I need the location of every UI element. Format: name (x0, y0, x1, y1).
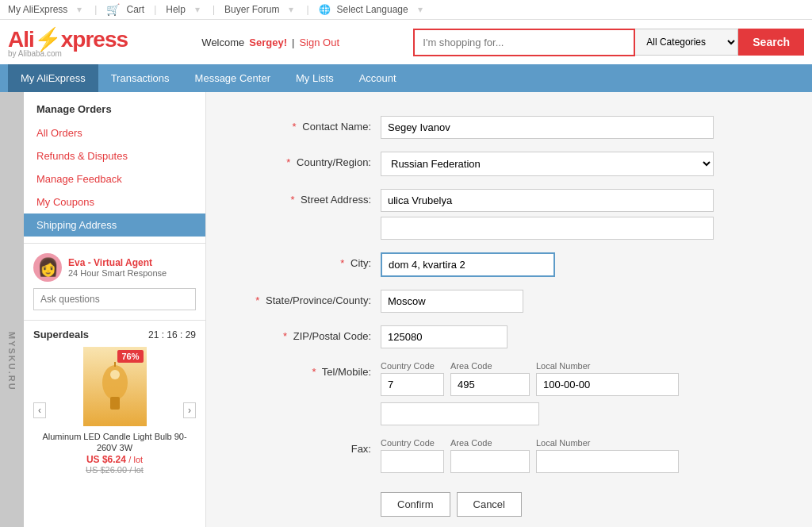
street-row: * Street Address: (238, 189, 780, 240)
tel-country-input[interactable] (381, 373, 444, 396)
nav-message-center[interactable]: Message Center (182, 64, 283, 92)
fax-area-col: Area Code (450, 438, 530, 473)
contact-name-label: * Contact Name: (238, 116, 381, 133)
sidebar-item-all-orders[interactable]: All Orders (24, 121, 205, 144)
superdeals: Superdeals 21 : 16 : 29 ‹ 76% › Aluminum (24, 320, 205, 489)
buyer-forum-link[interactable]: Buyer Forum (224, 4, 279, 15)
agent-name: Eva - Virtual Agent (68, 257, 167, 268)
country-select[interactable]: Russian Federation (381, 152, 714, 176)
main-layout: MYSKU.RU Manage Orders All Orders Refund… (0, 92, 812, 527)
separator3: | (154, 4, 156, 15)
search-input[interactable] (413, 29, 635, 56)
fax-row: Fax: Country Code Area Code Local Number (238, 438, 780, 473)
fax-label: Fax: (238, 438, 381, 455)
tel-phone-row: Country Code Area Code Local Number (381, 361, 714, 396)
separator5: | (213, 4, 215, 15)
nav-my-lists[interactable]: My Lists (283, 64, 347, 92)
fax-country-input[interactable] (381, 450, 444, 473)
state-input[interactable] (381, 290, 523, 313)
logo[interactable]: Ali⚡xpress by Alibaba.com (8, 26, 128, 58)
product-svg (99, 359, 131, 414)
superdeals-timer: 21 : 16 : 29 (148, 329, 196, 340)
agent-sub: 24 Hour Smart Response (68, 268, 167, 278)
tel-local-input[interactable] (536, 373, 679, 396)
street2-input[interactable] (381, 217, 714, 240)
fax-local-label: Local Number (536, 438, 679, 448)
select-language-link[interactable]: Select Language (337, 4, 408, 15)
sidebar-item-coupons[interactable]: My Coupons (24, 190, 205, 213)
top-bar: My AliExpress ▾ | 🛒 Cart | Help ▾ | Buye… (0, 0, 812, 20)
agent-info: Eva - Virtual Agent 24 Hour Smart Respon… (68, 257, 167, 278)
street-label: * Street Address: (238, 189, 381, 206)
sidebar: Manage Orders All Orders Refunds & Dispu… (24, 92, 206, 527)
sidebar-item-refunds[interactable]: Refunds & Disputes (24, 144, 205, 167)
required-star7: * (312, 366, 316, 378)
separator4: ▾ (195, 4, 200, 15)
sign-out-link[interactable]: Sign Out (299, 37, 339, 48)
tel-area-label: Area Code (450, 361, 530, 371)
product-name: Aluminum LED Candle Light Bulb 90-260V 3… (33, 431, 196, 454)
nav-my-aliexpress[interactable]: My AliExpress (8, 64, 98, 92)
username: Sergey! (249, 37, 287, 48)
carousel-next[interactable]: › (183, 402, 196, 418)
fax-phone-row: Country Code Area Code Local Number (381, 438, 714, 473)
fax-country-col: Country Code (381, 438, 444, 473)
contact-name-row: * Contact Name: (238, 116, 780, 139)
zip-input[interactable] (381, 325, 508, 348)
cancel-button[interactable]: Cancel (457, 492, 522, 517)
required-star: * (293, 121, 297, 133)
fax-field: Country Code Area Code Local Number (381, 438, 714, 473)
nav-bar: My AliExpress Transactions Message Cente… (0, 64, 812, 92)
product-image: 76% (83, 347, 147, 426)
nav-transactions[interactable]: Transactions (98, 64, 182, 92)
logo-sub: by Alibaba.com (8, 49, 128, 58)
sidebar-item-shipping[interactable]: Shipping Address (24, 213, 205, 237)
help-link[interactable]: Help (166, 4, 186, 15)
product-carousel: ‹ 76% › Aluminum LED Candle Light Bulb 9… (33, 340, 196, 481)
separator1: ▾ (77, 4, 82, 15)
contact-name-input[interactable] (381, 116, 714, 139)
city-input[interactable] (381, 252, 555, 277)
tel-label: * Tel/Mobile: (238, 361, 381, 378)
sidebar-section-title: Manage Orders (24, 92, 205, 121)
separator6: ▾ (289, 4, 293, 15)
required-star2: * (286, 156, 290, 168)
category-select[interactable]: All Categories (635, 29, 738, 56)
street-input[interactable] (381, 189, 714, 212)
fax-country-label: Country Code (381, 438, 444, 448)
confirm-button[interactable]: Confirm (381, 492, 450, 517)
fax-area-input[interactable] (450, 450, 530, 473)
fax-area-label: Area Code (450, 438, 530, 448)
city-label: * City: (238, 252, 381, 269)
tel-country-label: Country Code (381, 361, 444, 371)
welcome-area: Welcome Sergey! | Sign Out (201, 37, 339, 48)
cart-link[interactable]: Cart (126, 4, 144, 15)
contact-name-field (381, 116, 714, 139)
welcome-text: Welcome (201, 37, 244, 48)
city-row: * City: (238, 252, 780, 277)
country-row: * Country/Region: Russian Federation (238, 152, 780, 176)
street-field (381, 189, 714, 240)
separator2: | (94, 4, 97, 15)
zip-label: * ZIP/Postal Code: (238, 325, 381, 342)
carousel-prev[interactable]: ‹ (33, 402, 46, 418)
tel-area-col: Area Code (450, 361, 530, 396)
btn-row: Confirm Cancel (238, 492, 780, 517)
tel-area-input[interactable] (450, 373, 530, 396)
agent-question-input[interactable] (33, 288, 196, 310)
top-bar-left: My AliExpress ▾ | 🛒 Cart | Help ▾ | Buye… (8, 3, 426, 16)
fax-local-input[interactable] (536, 450, 679, 473)
product-price-orig: US $26.00 / lot (33, 465, 196, 475)
svg-rect-1 (110, 397, 120, 410)
sidebar-item-feedback[interactable]: Manage Feedback (24, 167, 205, 190)
cart-icon: 🛒 (106, 3, 120, 16)
tel-extra (381, 402, 714, 425)
tel-extra-input[interactable] (381, 402, 539, 425)
nav-account[interactable]: Account (347, 64, 409, 92)
my-aliexpress-link[interactable]: My AliExpress (8, 4, 67, 15)
city-field (381, 252, 714, 277)
search-button[interactable]: Search (738, 29, 804, 56)
search-area: All Categories Search (413, 29, 804, 56)
separator8: ▾ (418, 4, 423, 15)
zip-row: * ZIP/Postal Code: (238, 325, 780, 348)
